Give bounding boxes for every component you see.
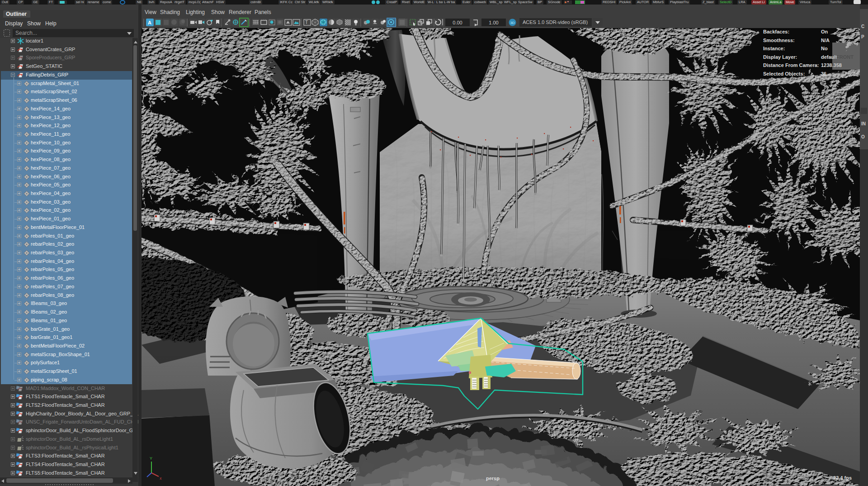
svg-text:Y: Y (150, 456, 152, 461)
svg-text:22.4 fps: 22.4 fps (833, 475, 852, 481)
svg-text:x: x (160, 476, 162, 481)
svg-text:3D: 3D (510, 21, 514, 25)
svg-text:T: T (305, 20, 308, 25)
svg-text:No: No (821, 46, 828, 51)
svg-text:Backfaces:: Backfaces: (763, 29, 789, 34)
svg-text:Instance:: Instance: (763, 46, 785, 51)
svg-text:N/A: N/A (821, 38, 830, 43)
svg-text:Distance From Camera:: Distance From Camera: (763, 62, 819, 68)
svg-text:persp: persp (486, 476, 500, 481)
svg-text:1.00: 1.00 (489, 20, 498, 25)
svg-text:36: 36 (821, 71, 826, 76)
svg-text:A: A (148, 20, 151, 25)
svg-text:Display Layer:: Display Layer: (763, 54, 797, 60)
svg-text:FRONT: FRONT (836, 54, 854, 60)
svg-text:On: On (821, 29, 828, 34)
svg-text:Selected Objects:: Selected Objects: (763, 71, 805, 76)
svg-text:0.00: 0.00 (453, 20, 462, 25)
svg-text:Smoothness:: Smoothness: (763, 38, 795, 43)
